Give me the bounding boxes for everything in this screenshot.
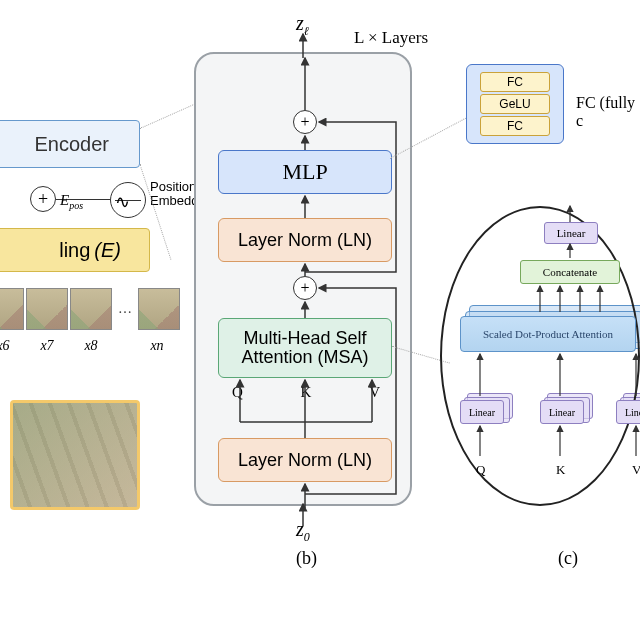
ellipsis: … — [114, 288, 136, 330]
patch-tiles-row: x6 x7 x8 … xn — [0, 288, 180, 330]
fc-row: FC — [480, 72, 550, 92]
patch-embedding-box: ling (E) — [0, 228, 150, 272]
transformer-layer-block: + MLP Layer Norm (LN) + Multi-Head SelfA… — [194, 52, 412, 506]
fc-row: FC — [480, 116, 550, 136]
patch-tile: x7 — [26, 288, 68, 330]
transformer-encoder-box: Encoder — [0, 120, 140, 168]
input-image-crop — [10, 400, 140, 510]
patch-tile: xn — [138, 288, 180, 330]
encoder-label: Encoder — [35, 133, 110, 156]
patch-tile: x6 — [0, 288, 24, 330]
panel-c-caption: (c) — [558, 548, 578, 569]
embedding-E: (E) — [94, 239, 121, 262]
add-op-circle: + — [30, 186, 56, 212]
panel-a-encoder-input: Encoder + Epos ∿ PositionalEmbedding lin… — [0, 0, 195, 640]
dashed-connector — [140, 104, 195, 129]
embedding-label-text: ling — [59, 239, 90, 262]
fc-side-label: FC (fully c — [576, 94, 640, 130]
patch-tile: x8 — [70, 288, 112, 330]
msa-detail-arrows — [440, 200, 640, 480]
positional-sine-icon: ∿ — [110, 182, 146, 218]
z-out-arrow — [194, 30, 412, 60]
z-in-label: z0 — [296, 518, 310, 545]
panel-b-caption: (b) — [296, 548, 317, 569]
epos-symbol: Epos — [60, 192, 83, 211]
flow-arrows — [196, 54, 414, 508]
mlp-detail-box: FC GeLU FC — [466, 64, 564, 144]
fc-row: GeLU — [480, 94, 550, 114]
